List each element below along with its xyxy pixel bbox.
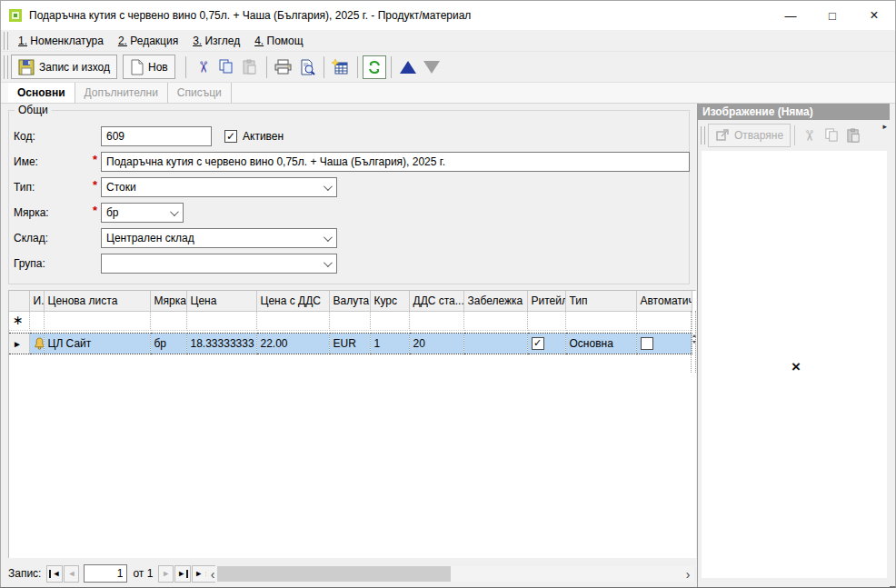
name-input[interactable] xyxy=(101,152,690,172)
cell-price-vat[interactable]: 22.00 xyxy=(256,333,329,354)
cell-note[interactable] xyxy=(463,333,527,354)
refresh-button[interactable] xyxy=(363,55,386,79)
col-header-currency[interactable]: Валута xyxy=(329,291,370,311)
tab-lists[interactable]: Списъци xyxy=(168,83,232,103)
scroll-right-icon[interactable]: › xyxy=(682,566,694,582)
unit-select-value: бр xyxy=(106,206,119,219)
price-list-grid: И.. Ценова листа Мярка Цена Цена с ДДС В… xyxy=(8,290,696,558)
col-header-type[interactable]: Тип xyxy=(565,291,636,311)
checkmark-icon: ✓ xyxy=(226,131,235,142)
col-header-rate[interactable]: Курс xyxy=(370,291,409,311)
cell-price[interactable]: 18.33333333 xyxy=(186,333,256,354)
menu-nomenclature[interactable]: 1. Номенклатура xyxy=(11,32,111,50)
next-record-button[interactable]: ► xyxy=(158,565,174,583)
col-header-price-list[interactable]: Ценова листа xyxy=(44,291,150,311)
col-header-price-vat[interactable]: Цена с ДДС xyxy=(256,291,329,311)
toolbar-separator xyxy=(357,56,358,78)
col-header-retail[interactable]: Ритейл xyxy=(527,291,565,311)
record-label: Запис: xyxy=(8,567,41,580)
tabstrip: Основни Допълнителни Списъци xyxy=(1,83,895,104)
titlebar: Подаръчна кутия с червено вино 0,75л. + … xyxy=(1,1,895,30)
tab-main[interactable]: Основни xyxy=(8,83,75,103)
col-header-price[interactable]: Цена xyxy=(186,291,256,311)
copy-button[interactable] xyxy=(214,55,238,79)
tab-additional[interactable]: Допълнителни xyxy=(75,83,168,103)
automatic-checkbox[interactable] xyxy=(641,337,653,350)
warehouse-select[interactable]: Централен склад xyxy=(101,228,337,248)
group-select[interactable] xyxy=(101,254,337,274)
cell-vat-rate[interactable]: 20 xyxy=(409,333,463,354)
unit-select[interactable]: бр xyxy=(101,203,184,223)
image-paste-button[interactable] xyxy=(842,124,864,147)
save-and-exit-label: Запис и изход xyxy=(39,61,110,74)
image-copy-button[interactable] xyxy=(821,124,842,147)
first-record-button[interactable]: ◄ xyxy=(46,565,63,583)
record-count-label: от 1 xyxy=(133,567,153,580)
paste-clipboard-icon xyxy=(846,128,861,143)
open-image-button[interactable]: Отваряне xyxy=(708,124,791,147)
first-record-icon: ◄ xyxy=(52,569,60,578)
unit-label: Мярка: xyxy=(14,206,49,219)
type-select-value: Стоки xyxy=(106,181,136,194)
active-checkbox[interactable]: ✓ xyxy=(224,130,237,143)
warehouse-select-value: Централен склад xyxy=(106,232,194,244)
calculator-button[interactable] xyxy=(329,55,353,79)
menubar-grip-handle[interactable] xyxy=(4,32,8,50)
image-toolbar-grip-handle[interactable] xyxy=(701,126,705,145)
move-up-button[interactable] xyxy=(396,55,420,79)
toolbar-overflow-icon[interactable]: ▸ xyxy=(882,122,887,131)
new-button[interactable]: Нов xyxy=(123,55,175,79)
image-toolbar-separator xyxy=(794,125,795,145)
cut-button[interactable]: ✂ xyxy=(191,55,214,79)
image-cut-button[interactable]: ✂ xyxy=(799,124,821,147)
save-and-exit-button[interactable]: Запис и изход xyxy=(11,55,117,79)
type-select[interactable]: Стоки xyxy=(101,177,337,197)
scroll-up-icon xyxy=(692,334,696,337)
image-panel-toolbar: Отваряне ✂ xyxy=(698,120,890,151)
horizontal-scrollbar[interactable]: ‹ › xyxy=(206,566,694,582)
menu-view[interactable]: 3. Изглед xyxy=(185,32,247,50)
current-row-marker-icon: ► xyxy=(13,339,22,349)
toolbar-grip-handle[interactable] xyxy=(4,55,8,79)
grid-vertical-scrollbar[interactable] xyxy=(691,311,696,373)
tab-content: Общи Код: ✓ Активен Име: * Тип: * xyxy=(1,104,896,587)
paste-button[interactable] xyxy=(238,55,262,79)
maximize-button[interactable]: □ xyxy=(811,1,853,30)
record-position-input[interactable] xyxy=(84,564,127,583)
required-marker: * xyxy=(93,153,97,166)
cell-price-list[interactable]: ЦЛ Сайт xyxy=(44,333,150,354)
menu-help[interactable]: 4. Помощ xyxy=(247,32,310,50)
print-preview-button[interactable] xyxy=(295,55,319,79)
toolbar-separator xyxy=(266,56,267,78)
app-icon xyxy=(8,8,23,23)
print-button[interactable] xyxy=(272,55,295,79)
open-image-icon xyxy=(715,128,730,143)
cell-unit[interactable]: бр xyxy=(150,333,186,354)
move-down-button[interactable] xyxy=(420,55,443,79)
active-checkbox-label: Активен xyxy=(243,130,284,143)
new-label: Нов xyxy=(148,61,168,74)
horizontal-scrollbar-thumb[interactable] xyxy=(217,566,451,582)
col-header-icon[interactable]: И.. xyxy=(29,291,44,311)
up-arrow-icon xyxy=(400,61,416,74)
last-record-button[interactable]: ► xyxy=(174,565,191,583)
minimize-button[interactable]: — xyxy=(770,1,811,30)
cell-currency[interactable]: EUR xyxy=(329,333,370,354)
close-button[interactable]: × xyxy=(853,1,895,30)
grid-row-selected[interactable]: ► ЦЛ Сайт бр 18.33333333 22.00 EUR 1 xyxy=(9,333,692,354)
grid-new-row[interactable]: ∗ xyxy=(9,311,692,330)
col-header-vat-rate[interactable]: ДДС ста... xyxy=(409,291,463,311)
code-input[interactable] xyxy=(101,126,212,146)
cell-rate[interactable]: 1 xyxy=(370,333,409,354)
col-header-unit[interactable]: Мярка xyxy=(150,291,186,311)
col-header-automatic[interactable]: Автоматичн xyxy=(636,291,692,311)
col-header-note[interactable]: Забележка xyxy=(463,291,527,311)
previous-record-button[interactable]: ◄ xyxy=(64,565,79,583)
record-navigator: Запис: ◄ ◄ от 1 ► ► ►∗ ‹ xyxy=(1,560,697,587)
paste-clipboard-icon xyxy=(242,59,257,75)
cell-type[interactable]: Основна xyxy=(565,333,636,354)
menu-edit[interactable]: 2. Редакция xyxy=(111,32,185,50)
required-marker: * xyxy=(93,204,97,217)
retail-checkbox[interactable]: ✓ xyxy=(532,337,544,350)
printer-icon xyxy=(274,59,292,75)
